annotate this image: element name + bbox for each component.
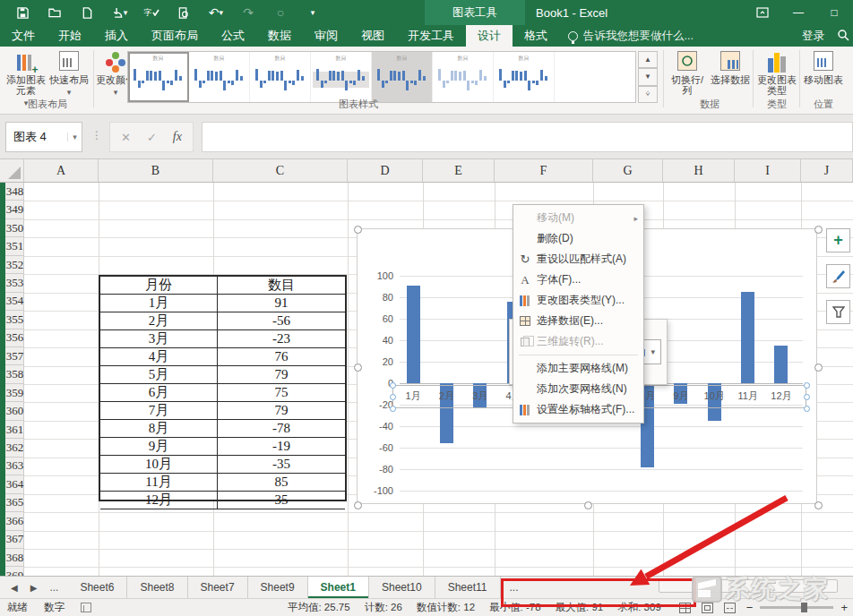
table-cell[interactable]: 5月 — [100, 366, 218, 384]
qat-customize-icon[interactable]: ▾ — [303, 4, 323, 21]
tab-视图[interactable]: 视图 — [349, 25, 396, 47]
draw-circle-icon[interactable]: ○ — [271, 4, 290, 21]
table-cell[interactable]: 7月 — [100, 402, 218, 420]
column-header-I[interactable]: I — [735, 159, 801, 182]
table-cell[interactable]: 9月 — [100, 438, 218, 456]
table-cell[interactable]: 10月 — [100, 456, 218, 474]
table-cell[interactable]: 4月 — [100, 348, 218, 366]
change-chart-type-button[interactable]: 更改图表类型 — [756, 51, 797, 96]
menu-item[interactable]: 删除(D) — [513, 228, 643, 249]
column-header-D[interactable]: D — [348, 159, 423, 182]
menu-item[interactable]: 设置坐标轴格式(F)... — [513, 399, 643, 420]
column-header-E[interactable]: E — [423, 159, 495, 182]
sheet-tab-Sheet10[interactable]: Sheet10 — [369, 577, 435, 598]
table-cell[interactable]: 12月 — [100, 492, 218, 509]
stat-item[interactable]: 平均值: 25.75 — [288, 601, 350, 614]
table-cell[interactable]: 1月 — [100, 295, 218, 312]
maximize-button[interactable]: □ — [821, 2, 848, 23]
row-header-349[interactable]: 349 — [5, 201, 24, 218]
chart-selection-handle[interactable] — [814, 501, 823, 509]
tellme-box[interactable]: 告诉我您想要做什么... — [559, 25, 702, 47]
zoom-in-icon[interactable]: + — [840, 601, 848, 614]
table-header-cell[interactable]: 数目 — [218, 277, 345, 295]
table-cell[interactable]: -23 — [218, 330, 345, 348]
minimize-button[interactable]: — — [785, 2, 812, 23]
row-header-364[interactable]: 364 — [5, 475, 24, 493]
table-cell[interactable]: -56 — [218, 312, 345, 330]
table-cell[interactable]: 11月 — [100, 474, 218, 492]
row-header-352[interactable]: 352 — [5, 256, 24, 274]
chart-bar[interactable] — [407, 286, 420, 383]
table-cell[interactable]: 6月 — [100, 384, 218, 402]
axis-selection-handle[interactable] — [804, 382, 810, 389]
sheet-tab-Sheet9[interactable]: Sheet9 — [248, 577, 308, 598]
chart-selection-handle[interactable] — [814, 226, 823, 234]
tab-开发工具[interactable]: 开发工具 — [396, 25, 466, 47]
spelling-check-icon[interactable]: 字 — [142, 4, 161, 21]
ribbon-display-options-icon[interactable] — [749, 2, 776, 23]
touch-mode-icon[interactable]: ▾ — [109, 4, 129, 21]
chart-style-thumbnail[interactable]: 数目 — [433, 52, 494, 102]
quick-layout-button[interactable]: 快速布局▾ — [48, 51, 90, 98]
move-chart-button[interactable]: 移动图表 — [803, 51, 844, 85]
table-cell[interactable]: -35 — [218, 456, 345, 474]
name-box[interactable]: 图表 4 ▾ — [5, 122, 82, 152]
table-cell[interactable]: 85 — [218, 474, 345, 492]
row-header-356[interactable]: 356 — [5, 329, 24, 347]
table-cell[interactable]: 2月 — [100, 312, 218, 330]
chart-selection-handle[interactable] — [584, 501, 592, 509]
table-cell[interactable]: -78 — [218, 420, 345, 438]
menu-item[interactable]: 更改图表类型(Y)... — [513, 290, 643, 311]
chart-style-thumbnail[interactable]: 数目 — [189, 52, 250, 102]
tab-数据[interactable]: 数据 — [256, 25, 303, 47]
row-header-366[interactable]: 366 — [5, 512, 24, 530]
row-header-360[interactable]: 360 — [5, 402, 24, 420]
column-header-F[interactable]: F — [495, 159, 593, 182]
menu-item[interactable]: ↻重设以匹配样式(A) — [513, 249, 643, 270]
row-header-368[interactable]: 368 — [5, 549, 24, 567]
menu-item[interactable]: A字体(F)... — [513, 270, 643, 290]
axis-selection-handle[interactable] — [390, 382, 396, 389]
zoom-slider[interactable] — [760, 606, 833, 609]
table-cell[interactable]: 79 — [218, 402, 345, 420]
chart-selection-handle[interactable] — [354, 364, 362, 372]
enter-icon[interactable]: ✓ — [147, 131, 157, 144]
chart-selection-handle[interactable] — [814, 364, 823, 372]
tab-公式[interactable]: 公式 — [210, 25, 256, 47]
zoom-out-icon[interactable]: − — [746, 601, 754, 614]
column-header-C[interactable]: C — [213, 159, 348, 182]
row-header-359[interactable]: 359 — [5, 384, 24, 402]
column-header-G[interactable]: G — [593, 159, 663, 182]
chart-selection-handle[interactable] — [354, 501, 362, 509]
chart-style-thumbnail[interactable]: 数目 — [250, 52, 311, 102]
table-cell[interactable]: 76 — [218, 348, 345, 366]
insert-function-icon[interactable]: fx — [173, 130, 182, 144]
row-header-350[interactable]: 350 — [5, 219, 24, 237]
undo-icon[interactable]: ↶▾ — [206, 4, 226, 21]
chart-selection-handle[interactable] — [354, 226, 362, 234]
gallery-up-icon[interactable]: ▲ — [638, 51, 658, 68]
row-header-365[interactable]: 365 — [5, 494, 24, 512]
save-icon[interactable] — [13, 4, 32, 21]
select-data-button[interactable]: 选择数据 — [710, 51, 751, 85]
chart-bar[interactable] — [774, 346, 788, 383]
macro-record-icon[interactable] — [81, 603, 91, 612]
tab-file[interactable]: 文件 — [0, 25, 47, 47]
switch-row-column-button[interactable]: 切换行/列 — [667, 51, 708, 96]
row-header-367[interactable]: 367 — [5, 531, 24, 549]
tab-scroll-left-icon[interactable]: ◀ — [11, 583, 18, 593]
page-layout-view-icon[interactable] — [702, 603, 713, 613]
new-document-icon[interactable] — [77, 4, 97, 21]
table-cell[interactable]: 75 — [218, 384, 345, 402]
row-header-348[interactable]: 348 — [5, 183, 24, 201]
chart-styles-button[interactable] — [826, 264, 850, 288]
row-header-355[interactable]: 355 — [5, 311, 24, 329]
sheet-tab-Sheet1[interactable]: Sheet1 — [308, 577, 369, 598]
stat-item[interactable]: 计数: 26 — [365, 601, 402, 614]
menu-item[interactable]: 选择数据(E)... — [513, 311, 643, 331]
sheet-tab-Sheet11[interactable]: Sheet11 — [435, 577, 501, 598]
sheet-tab-Sheet7[interactable]: Sheet7 — [188, 577, 248, 598]
row-header-361[interactable]: 361 — [5, 421, 24, 439]
print-preview-icon[interactable] — [174, 4, 194, 21]
axis-selection-handle[interactable] — [804, 406, 810, 412]
